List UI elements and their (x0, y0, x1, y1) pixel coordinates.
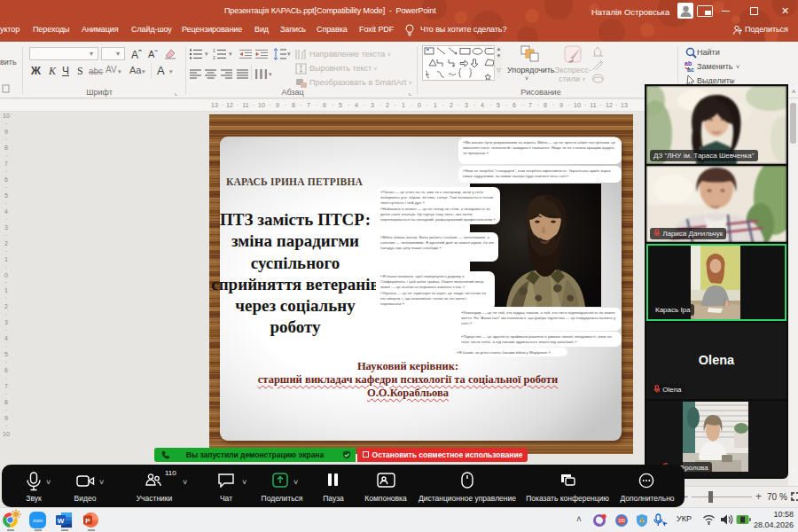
svg-text:1: 1 (213, 49, 215, 53)
svg-text:2: 2 (213, 55, 215, 59)
svg-text:ab: ab (685, 60, 692, 66)
svg-text:P: P (85, 517, 90, 525)
svg-text:100: 100 (618, 519, 625, 523)
svg-text:zoom: zoom (33, 519, 43, 523)
svg-text:ac: ac (687, 66, 694, 72)
svg-text:W: W (58, 517, 65, 525)
